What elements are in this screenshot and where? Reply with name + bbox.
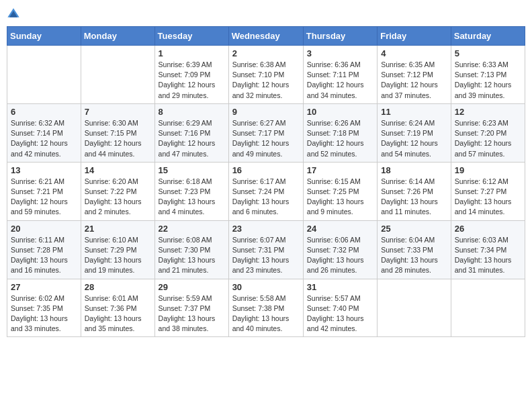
calendar-cell: 18Sunrise: 6:14 AM Sunset: 7:26 PM Dayli…	[378, 162, 451, 220]
calendar-cell: 16Sunrise: 6:17 AM Sunset: 7:24 PM Dayli…	[228, 162, 303, 220]
calendar-cell: 24Sunrise: 6:06 AM Sunset: 7:32 PM Dayli…	[303, 220, 377, 279]
day-number: 23	[232, 224, 300, 234]
calendar-body: 1Sunrise: 6:39 AM Sunset: 7:09 PM Daylig…	[7, 46, 525, 337]
calendar-week-row: 6Sunrise: 6:32 AM Sunset: 7:14 PM Daylig…	[7, 103, 525, 162]
day-info: Sunrise: 6:26 AM Sunset: 7:18 PM Dayligh…	[307, 118, 373, 159]
calendar-cell: 17Sunrise: 6:15 AM Sunset: 7:25 PM Dayli…	[303, 162, 377, 220]
calendar-cell: 7Sunrise: 6:30 AM Sunset: 7:15 PM Daylig…	[81, 103, 154, 162]
calendar-cell: 9Sunrise: 6:27 AM Sunset: 7:17 PM Daylig…	[228, 103, 303, 162]
calendar-cell: 22Sunrise: 6:08 AM Sunset: 7:30 PM Dayli…	[154, 220, 228, 279]
day-number: 30	[232, 282, 300, 292]
day-number: 19	[455, 165, 521, 175]
day-number: 4	[381, 48, 447, 58]
day-of-week-header: Thursday	[303, 27, 377, 46]
page-header	[7, 7, 525, 21]
day-number: 10	[307, 107, 373, 117]
day-info: Sunrise: 6:02 AM Sunset: 7:35 PM Dayligh…	[11, 293, 77, 334]
calendar-cell: 31Sunrise: 5:57 AM Sunset: 7:40 PM Dayli…	[303, 279, 377, 337]
day-number: 5	[455, 48, 521, 58]
day-info: Sunrise: 6:03 AM Sunset: 7:34 PM Dayligh…	[455, 235, 521, 276]
day-number: 29	[159, 282, 225, 292]
day-info: Sunrise: 6:24 AM Sunset: 7:19 PM Dayligh…	[381, 118, 447, 159]
calendar-cell: 8Sunrise: 6:29 AM Sunset: 7:16 PM Daylig…	[154, 103, 228, 162]
day-info: Sunrise: 6:14 AM Sunset: 7:26 PM Dayligh…	[381, 177, 447, 218]
calendar-cell: 3Sunrise: 6:36 AM Sunset: 7:11 PM Daylig…	[303, 46, 377, 104]
calendar-cell: 15Sunrise: 6:18 AM Sunset: 7:23 PM Dayli…	[154, 162, 228, 220]
day-number: 26	[455, 224, 521, 234]
calendar-cell: 30Sunrise: 5:58 AM Sunset: 7:38 PM Dayli…	[228, 279, 303, 337]
calendar-cell: 14Sunrise: 6:20 AM Sunset: 7:22 PM Dayli…	[81, 162, 154, 220]
day-number: 28	[85, 282, 151, 292]
day-info: Sunrise: 5:59 AM Sunset: 7:37 PM Dayligh…	[159, 293, 225, 334]
day-of-week-header: Friday	[378, 27, 451, 46]
calendar-cell: 19Sunrise: 6:12 AM Sunset: 7:27 PM Dayli…	[451, 162, 525, 220]
day-info: Sunrise: 6:20 AM Sunset: 7:22 PM Dayligh…	[85, 177, 151, 218]
calendar-table: SundayMondayTuesdayWednesdayThursdayFrid…	[7, 26, 525, 337]
day-number: 7	[85, 107, 151, 117]
day-of-week-header: Wednesday	[228, 27, 303, 46]
calendar-cell: 21Sunrise: 6:10 AM Sunset: 7:29 PM Dayli…	[81, 220, 154, 279]
calendar-cell: 1Sunrise: 6:39 AM Sunset: 7:09 PM Daylig…	[154, 46, 228, 104]
calendar-cell: 12Sunrise: 6:23 AM Sunset: 7:20 PM Dayli…	[451, 103, 525, 162]
day-number: 3	[307, 48, 373, 58]
day-info: Sunrise: 5:57 AM Sunset: 7:40 PM Dayligh…	[307, 293, 373, 334]
day-of-week-header: Saturday	[451, 27, 525, 46]
day-info: Sunrise: 6:30 AM Sunset: 7:15 PM Dayligh…	[85, 118, 151, 159]
day-number: 14	[85, 165, 151, 175]
day-info: Sunrise: 6:10 AM Sunset: 7:29 PM Dayligh…	[85, 235, 151, 276]
calendar-cell: 11Sunrise: 6:24 AM Sunset: 7:19 PM Dayli…	[378, 103, 451, 162]
day-info: Sunrise: 6:06 AM Sunset: 7:32 PM Dayligh…	[307, 235, 373, 276]
day-info: Sunrise: 6:32 AM Sunset: 7:14 PM Dayligh…	[11, 118, 77, 159]
day-info: Sunrise: 6:29 AM Sunset: 7:16 PM Dayligh…	[159, 118, 225, 159]
day-number: 13	[11, 165, 77, 175]
calendar-cell: 20Sunrise: 6:11 AM Sunset: 7:28 PM Dayli…	[7, 220, 81, 279]
calendar-cell: 4Sunrise: 6:35 AM Sunset: 7:12 PM Daylig…	[378, 46, 451, 104]
day-number: 24	[307, 224, 373, 234]
day-number: 31	[307, 282, 373, 292]
day-number: 22	[159, 224, 225, 234]
day-number: 8	[159, 107, 225, 117]
day-number: 25	[381, 224, 447, 234]
calendar-week-row: 1Sunrise: 6:39 AM Sunset: 7:09 PM Daylig…	[7, 46, 525, 104]
day-number: 16	[232, 165, 300, 175]
calendar-cell	[378, 279, 451, 337]
calendar-week-row: 20Sunrise: 6:11 AM Sunset: 7:28 PM Dayli…	[7, 220, 525, 279]
day-info: Sunrise: 6:01 AM Sunset: 7:36 PM Dayligh…	[85, 293, 151, 334]
day-info: Sunrise: 6:38 AM Sunset: 7:10 PM Dayligh…	[232, 60, 300, 101]
day-of-week-header: Sunday	[7, 27, 81, 46]
day-info: Sunrise: 6:27 AM Sunset: 7:17 PM Dayligh…	[232, 118, 300, 159]
calendar-cell: 6Sunrise: 6:32 AM Sunset: 7:14 PM Daylig…	[7, 103, 81, 162]
day-header-row: SundayMondayTuesdayWednesdayThursdayFrid…	[7, 27, 525, 46]
day-info: Sunrise: 6:23 AM Sunset: 7:20 PM Dayligh…	[455, 118, 521, 159]
day-info: Sunrise: 6:12 AM Sunset: 7:27 PM Dayligh…	[455, 177, 521, 218]
day-of-week-header: Monday	[81, 27, 154, 46]
day-info: Sunrise: 6:35 AM Sunset: 7:12 PM Dayligh…	[381, 60, 447, 101]
calendar-cell: 5Sunrise: 6:33 AM Sunset: 7:13 PM Daylig…	[451, 46, 525, 104]
calendar-cell: 23Sunrise: 6:07 AM Sunset: 7:31 PM Dayli…	[228, 220, 303, 279]
day-number: 17	[307, 165, 373, 175]
calendar-cell: 13Sunrise: 6:21 AM Sunset: 7:21 PM Dayli…	[7, 162, 81, 220]
day-number: 27	[11, 282, 77, 292]
day-number: 11	[381, 107, 447, 117]
day-info: Sunrise: 6:04 AM Sunset: 7:33 PM Dayligh…	[381, 235, 447, 276]
calendar-cell: 2Sunrise: 6:38 AM Sunset: 7:10 PM Daylig…	[228, 46, 303, 104]
calendar-week-row: 27Sunrise: 6:02 AM Sunset: 7:35 PM Dayli…	[7, 279, 525, 337]
day-info: Sunrise: 6:36 AM Sunset: 7:11 PM Dayligh…	[307, 60, 373, 101]
day-number: 1	[159, 48, 225, 58]
day-number: 2	[232, 48, 300, 58]
day-number: 9	[232, 107, 300, 117]
day-number: 15	[159, 165, 225, 175]
day-info: Sunrise: 6:21 AM Sunset: 7:21 PM Dayligh…	[11, 177, 77, 218]
day-info: Sunrise: 6:18 AM Sunset: 7:23 PM Dayligh…	[159, 177, 225, 218]
calendar-cell: 27Sunrise: 6:02 AM Sunset: 7:35 PM Dayli…	[7, 279, 81, 337]
logo	[7, 7, 23, 21]
logo-icon	[7, 7, 20, 21]
day-info: Sunrise: 6:11 AM Sunset: 7:28 PM Dayligh…	[11, 235, 77, 276]
day-info: Sunrise: 5:58 AM Sunset: 7:38 PM Dayligh…	[232, 293, 300, 334]
day-info: Sunrise: 6:15 AM Sunset: 7:25 PM Dayligh…	[307, 177, 373, 218]
calendar-cell: 29Sunrise: 5:59 AM Sunset: 7:37 PM Dayli…	[154, 279, 228, 337]
day-info: Sunrise: 6:17 AM Sunset: 7:24 PM Dayligh…	[232, 177, 300, 218]
day-info: Sunrise: 6:07 AM Sunset: 7:31 PM Dayligh…	[232, 235, 300, 276]
day-info: Sunrise: 6:39 AM Sunset: 7:09 PM Dayligh…	[159, 60, 225, 101]
calendar-cell: 26Sunrise: 6:03 AM Sunset: 7:34 PM Dayli…	[451, 220, 525, 279]
